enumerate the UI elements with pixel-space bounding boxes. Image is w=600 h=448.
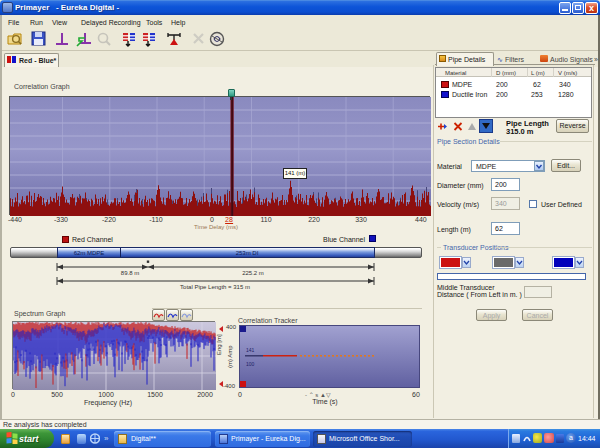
svg-text:100: 100 bbox=[246, 361, 255, 367]
svg-text:141: 141 bbox=[246, 347, 255, 353]
